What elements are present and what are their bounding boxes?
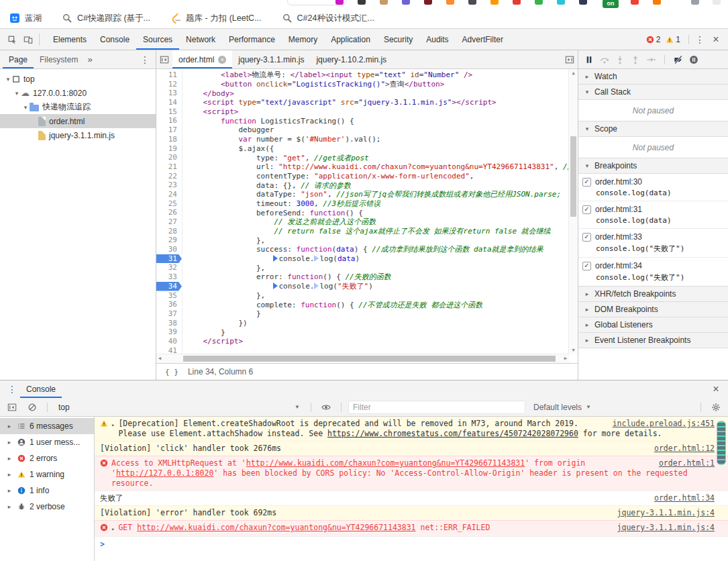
editor-tab[interactable]: jquery-3.1.1.min.js <box>232 50 310 68</box>
extension-icon[interactable] <box>380 0 388 5</box>
editor-tab[interactable]: order.html× <box>172 50 232 68</box>
code-text[interactable]: timeout: 3000, //3秒后提示错误 <box>183 199 380 209</box>
extension-icon[interactable] <box>653 0 661 5</box>
extension-icon[interactable] <box>424 0 432 5</box>
step-button[interactable] <box>646 55 656 64</box>
breakpoint-entry[interactable]: ✓order.html:34console.log("失败了") <box>578 258 728 287</box>
console-context-selector[interactable]: top ▼ <box>54 403 304 412</box>
line-number[interactable]: 36 <box>156 300 183 309</box>
code-text[interactable]: </body> <box>183 89 234 98</box>
code-text[interactable]: type: "get", //get或者post <box>183 153 369 163</box>
line-number[interactable]: 27 <box>156 217 183 227</box>
bookmark-item[interactable]: C#24种设计模式汇... <box>282 13 374 24</box>
inspect-element-button[interactable] <box>4 32 20 48</box>
line-number[interactable]: 37 <box>156 309 183 319</box>
line-number[interactable]: 21 <box>156 162 183 172</box>
navigator-menu-dots[interactable]: ⋮ <box>137 52 153 68</box>
source-location-link[interactable]: jquery-3.1.1.min.js:4 <box>608 508 715 518</box>
code-text[interactable]: $.ajax({ <box>183 144 274 153</box>
message-link[interactable]: http://www.kuaidi.com/chaxun?com=yuanton… <box>246 458 525 468</box>
code-text[interactable]: }) <box>183 319 248 327</box>
line-number[interactable]: 26 <box>156 208 183 217</box>
expand-arrow-icon[interactable]: ▾ <box>13 90 21 97</box>
expand-arrow-icon[interactable]: ▸ <box>5 503 13 510</box>
tree-item-jquery-3.1.1.min.js[interactable]: jquery-3.1.1.min.js <box>0 128 156 142</box>
bookmark-item[interactable]: 蓝湖 <box>9 13 42 24</box>
console-filter-verbose[interactable]: ▸2 verbose <box>0 499 94 515</box>
line-number[interactable]: 28 <box>156 227 183 236</box>
line-number[interactable]: 18 <box>156 135 183 144</box>
code-text[interactable]: } <box>183 309 261 318</box>
deactivate-breakpoints-button[interactable] <box>674 55 683 64</box>
console-filter-warning[interactable]: ▸1 warning <box>0 466 94 482</box>
tree-item-top[interactable]: ▾top <box>0 72 156 86</box>
code-text[interactable]: // return false 这个ajax就停止了不会发 如果没有return… <box>183 226 551 236</box>
code-text[interactable]: <script> <box>183 107 238 116</box>
console-levels-dropdown[interactable]: Default levels ▼ <box>529 403 595 412</box>
show-debugger-button[interactable] <box>562 52 578 68</box>
expand-arrow-icon[interactable]: ▸ <box>5 487 13 494</box>
error-badge[interactable]: 2 <box>646 35 666 44</box>
extension-icon[interactable] <box>631 0 639 5</box>
message-link[interactable]: http://www.kuaidi.com/chaxun?com=yuanton… <box>137 523 415 532</box>
editor-horizontal-scrollbar[interactable]: ◀ ▶ <box>156 354 569 363</box>
drawer-menu-dots[interactable]: ⋮ <box>4 381 20 397</box>
code-text[interactable]: }, <box>183 291 265 300</box>
drawer-close-button[interactable]: × <box>708 381 724 397</box>
scrollbar-thumb[interactable] <box>183 356 556 362</box>
code-text[interactable]: <button onclick="LogisticsTracking()">查询… <box>183 79 444 89</box>
expand-arrow-icon[interactable]: ▸ <box>5 423 13 429</box>
devtools-menu-dots[interactable]: ⋮ <box>692 32 708 48</box>
step-out-button[interactable] <box>631 55 640 64</box>
show-navigator-button[interactable] <box>156 52 172 68</box>
warning-badge[interactable]: 1 <box>666 35 686 44</box>
close-tab-icon[interactable]: × <box>218 56 226 64</box>
line-number[interactable]: 23 <box>156 181 183 190</box>
navigator-tab-filesystem[interactable]: Filesystem <box>34 50 84 68</box>
breakpoint-gutter[interactable]: 31 <box>156 254 182 264</box>
code-editor[interactable]: 11 <label>物流单号: </label><input type="tex… <box>156 69 578 363</box>
console-settings-button[interactable] <box>708 399 724 415</box>
message-link[interactable]: http://127.0.0.1:8020 <box>116 468 213 478</box>
scroll-down-icon[interactable]: ▼ <box>569 348 578 353</box>
line-number[interactable]: 12 <box>156 80 183 89</box>
code-text[interactable]: url: "http://www.kuaidi.com/chaxun?com=y… <box>183 162 569 171</box>
tab-security[interactable]: Security <box>377 29 419 50</box>
extension-icon[interactable] <box>535 0 543 5</box>
console-prompt[interactable]: > <box>95 536 728 552</box>
extension-icon[interactable] <box>713 0 721 5</box>
overflow-tabs-icon[interactable]: » <box>84 54 95 64</box>
line-number[interactable]: 40 <box>156 337 183 346</box>
breakpoint-checkbox[interactable]: ✓ <box>582 233 591 242</box>
extension-icon[interactable] <box>335 0 344 5</box>
tab-advertfilter[interactable]: AdvertFilter <box>456 29 510 50</box>
extension-icon[interactable] <box>513 0 521 5</box>
code-text[interactable]: console.log(data) <box>182 254 360 263</box>
extension-on-badge[interactable]: on <box>603 0 619 8</box>
line-number[interactable]: 24 <box>156 190 183 199</box>
breakpoint-checkbox[interactable]: ✓ <box>582 178 591 187</box>
pause-button[interactable] <box>584 55 594 64</box>
devtools-close-button[interactable]: × <box>708 32 724 48</box>
code-text[interactable]: console.log("失败了") <box>182 281 373 291</box>
tab-elements[interactable]: Elements <box>46 29 93 50</box>
step-over-button[interactable] <box>600 55 609 64</box>
breakpoint-checkbox[interactable]: ✓ <box>582 205 591 214</box>
section-header-watch[interactable]: ▸Watch <box>578 69 728 85</box>
extension-icon[interactable] <box>446 0 454 5</box>
tree-item-127.0.0.1-8020[interactable]: ▾☁127.0.0.1:8020 <box>0 86 156 100</box>
inline-breakpoint-icon[interactable] <box>273 255 278 262</box>
extension-icon[interactable] <box>402 0 410 5</box>
breakpoint-checkbox[interactable]: ✓ <box>582 262 591 270</box>
section-header-breakpoints[interactable]: ▾Breakpoints <box>578 158 728 174</box>
clear-console-button[interactable] <box>24 399 40 415</box>
code-text[interactable]: beforeSend: function() { <box>183 209 363 217</box>
line-number[interactable]: 13 <box>156 89 183 98</box>
tab-console[interactable]: Console <box>20 380 62 398</box>
editor-tab[interactable]: jquery-1.10.2.min.js <box>310 50 393 68</box>
code-text[interactable]: complete: function() { //不管成功还是失败 都会进这个函… <box>183 300 482 310</box>
line-number[interactable]: 35 <box>156 291 183 301</box>
line-number[interactable]: 38 <box>156 319 183 328</box>
section-header-xhr-fetch-breakpoints[interactable]: ▸XHR/fetch Breakpoints <box>578 286 728 302</box>
source-location-link[interactable]: order.html:1 <box>649 458 715 468</box>
